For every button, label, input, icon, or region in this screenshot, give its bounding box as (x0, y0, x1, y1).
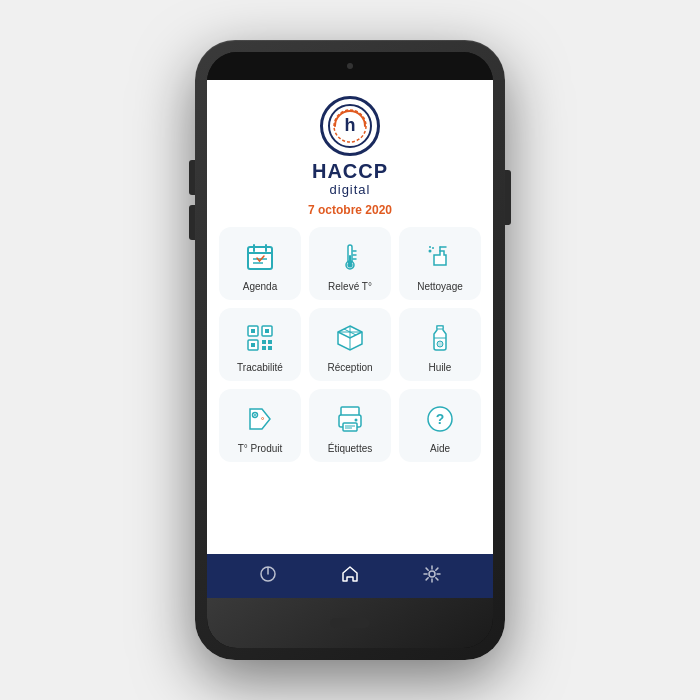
cleaning-icon (422, 239, 458, 275)
svg-rect-41 (343, 423, 357, 431)
volume-up-button[interactable] (189, 160, 195, 195)
svg-point-37 (254, 414, 256, 416)
svg-rect-26 (251, 343, 255, 347)
logo-circle: h (320, 96, 380, 156)
grid-item-tracabilite[interactable]: Tracabilité (219, 308, 301, 381)
logo-container: h HACCP digital (312, 96, 388, 197)
huile-label: Huile (429, 362, 452, 373)
agenda-icon (242, 239, 278, 275)
app-subtitle: digital (330, 182, 371, 197)
svg-rect-11 (349, 255, 351, 263)
front-camera (347, 63, 353, 69)
etiquettes-label: Étiquettes (328, 443, 372, 454)
svg-point-20 (429, 246, 431, 248)
logo-svg: h (327, 103, 373, 149)
power-button[interactable] (505, 170, 511, 225)
nav-power-icon[interactable] (258, 564, 278, 589)
grid-item-releve-t[interactable]: Relevé T° (309, 227, 391, 300)
releve-t-label: Relevé T° (328, 281, 372, 292)
svg-rect-27 (262, 340, 266, 344)
svg-point-49 (429, 571, 435, 577)
svg-rect-29 (262, 346, 266, 350)
reception-label: Réception (327, 362, 372, 373)
svg-text:°: ° (261, 416, 264, 425)
grid-item-agenda[interactable]: Agenda (219, 227, 301, 300)
home-button[interactable] (330, 618, 370, 628)
grid-item-reception[interactable]: Réception (309, 308, 391, 381)
svg-point-35 (437, 341, 443, 347)
svg-text:h: h (345, 115, 356, 135)
thermometer-icon (332, 239, 368, 275)
svg-point-18 (429, 250, 432, 253)
help-icon: ? (422, 401, 458, 437)
svg-point-12 (348, 263, 353, 268)
svg-rect-22 (251, 329, 255, 333)
svg-rect-28 (268, 340, 272, 344)
svg-point-44 (355, 419, 358, 422)
nettoyage-label: Nettoyage (417, 281, 463, 292)
tracabilite-label: Tracabilité (237, 362, 283, 373)
svg-rect-3 (248, 247, 272, 269)
volume-down-button[interactable] (189, 205, 195, 240)
app-date: 7 octobre 2020 (308, 203, 392, 217)
phone-device: h HACCP digital 7 octobre 2020 (195, 40, 505, 660)
grid-item-huile[interactable]: Huile (399, 308, 481, 381)
phone-bottom-bar (207, 598, 493, 648)
barcode-icon (242, 320, 278, 356)
svg-rect-34 (437, 326, 443, 329)
agenda-label: Agenda (243, 281, 277, 292)
grid-item-t-produit[interactable]: ° T° Produit (219, 389, 301, 462)
grid-item-nettoyage[interactable]: Nettoyage (399, 227, 481, 300)
t-produit-label: T° Produit (238, 443, 283, 454)
printer-icon (332, 401, 368, 437)
app-grid: Agenda (219, 227, 481, 462)
aide-label: Aide (430, 443, 450, 454)
svg-text:?: ? (436, 411, 445, 427)
grid-item-aide[interactable]: ? Aide (399, 389, 481, 462)
bottom-nav (207, 554, 493, 598)
bottle-icon (422, 320, 458, 356)
nav-settings-icon[interactable] (422, 564, 442, 589)
svg-rect-30 (268, 346, 272, 350)
svg-rect-24 (265, 329, 269, 333)
app-content: h HACCP digital 7 octobre 2020 (207, 80, 493, 554)
box-icon (332, 320, 368, 356)
nav-home-icon[interactable] (340, 564, 360, 589)
svg-point-19 (432, 247, 434, 249)
grid-item-etiquettes[interactable]: Étiquettes (309, 389, 391, 462)
tag-temp-icon: ° (242, 401, 278, 437)
app-title: HACCP (312, 160, 388, 182)
phone-inner: h HACCP digital 7 octobre 2020 (207, 52, 493, 648)
phone-screen: h HACCP digital 7 octobre 2020 (207, 80, 493, 598)
phone-top-bar (207, 52, 493, 80)
